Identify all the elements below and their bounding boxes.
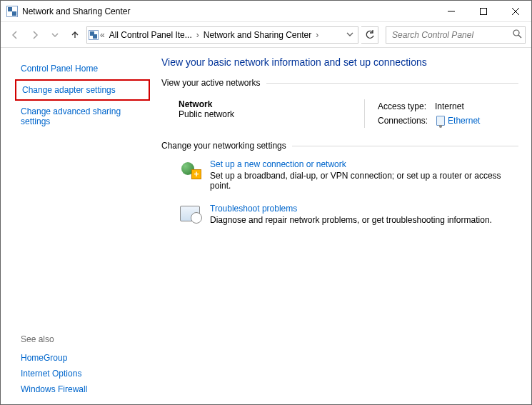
title-bar: Network and Sharing Center: [1, 1, 531, 22]
troubleshoot-item: Troubleshoot problems Diagnose and repai…: [179, 204, 518, 225]
recent-dropdown-button[interactable]: [46, 26, 64, 44]
connections-value: Ethernet: [448, 114, 480, 128]
content-pane: View your basic network information and …: [154, 48, 531, 404]
internet-options-link[interactable]: Internet Options: [21, 366, 81, 381]
refresh-icon: [365, 30, 375, 40]
networking-settings-label: Change your networking settings: [161, 141, 286, 151]
main-area: Control Panel Home Change adapter settin…: [1, 48, 531, 404]
settings-list: + Set up a new connection or network Set…: [161, 155, 518, 225]
active-networks-label: View your active networks: [161, 78, 261, 88]
app-icon: [6, 6, 18, 17]
network-details: Access type: Internet Connections: Ether…: [364, 99, 480, 128]
address-dropdown[interactable]: [343, 30, 356, 40]
troubleshoot-desc: Diagnose and repair network problems, or…: [210, 215, 492, 225]
see-also-label: See also: [21, 334, 144, 344]
setup-connection-desc: Set up a broadband, dial-up, or VPN conn…: [210, 171, 501, 191]
troubleshoot-icon: [179, 204, 201, 224]
back-arrow-icon: [10, 30, 20, 40]
search-box[interactable]: [386, 26, 526, 44]
svg-line-5: [518, 35, 521, 38]
up-button[interactable]: [66, 26, 84, 44]
control-panel-home-link[interactable]: Control Panel Home: [21, 61, 144, 76]
change-advanced-sharing-link[interactable]: Change advanced sharing settings: [21, 104, 131, 129]
connections-label: Connections:: [378, 114, 428, 128]
setup-connection-item: + Set up a new connection or network Set…: [179, 159, 518, 191]
forward-arrow-icon: [30, 30, 40, 40]
forward-button[interactable]: [26, 26, 44, 44]
chevron-down-icon: [51, 31, 59, 39]
refresh-button[interactable]: [361, 26, 378, 44]
svg-rect-1: [480, 9, 486, 15]
ethernet-icon: [436, 116, 445, 126]
network-type: Public network: [179, 109, 364, 119]
search-icon: [513, 29, 522, 41]
change-adapter-settings-link[interactable]: Change adapter settings: [15, 79, 150, 101]
windows-firewall-link[interactable]: Windows Firewall: [21, 381, 87, 397]
breadcrumb-item-1[interactable]: All Control Panel Ite...: [106, 29, 195, 41]
search-input[interactable]: [391, 29, 513, 41]
sidebar: Control Panel Home Change adapter settin…: [1, 48, 154, 404]
network-summary: Network Public network: [179, 99, 364, 128]
networking-settings-header: Change your networking settings: [161, 141, 518, 151]
homegroup-link[interactable]: HomeGroup: [21, 350, 67, 366]
maximize-button[interactable]: [467, 1, 499, 22]
network-name: Network: [179, 99, 364, 109]
divider: [266, 83, 518, 84]
setup-connection-link[interactable]: Set up a new connection or network: [210, 159, 518, 169]
troubleshoot-link[interactable]: Troubleshoot problems: [210, 204, 492, 214]
back-button[interactable]: [6, 26, 24, 44]
minimize-icon: [448, 8, 455, 15]
up-arrow-icon: [70, 30, 80, 40]
page-title: View your basic network information and …: [161, 56, 518, 68]
access-type-value: Internet: [435, 99, 464, 114]
svg-point-4: [513, 30, 519, 36]
chevron-down-icon: [346, 31, 353, 38]
navigation-bar: « All Control Panel Ite... › Network and…: [1, 22, 531, 48]
breadcrumb-item-2[interactable]: Network and Sharing Center: [201, 29, 314, 41]
breadcrumb-sep-1: ›: [196, 30, 199, 40]
breadcrumb-sep-0: «: [100, 30, 105, 40]
active-networks-panel: Network Public network Access type: Inte…: [161, 92, 518, 141]
close-icon: [512, 8, 519, 15]
active-networks-header: View your active networks: [161, 78, 518, 88]
address-icon: [89, 30, 99, 40]
minimize-button[interactable]: [435, 1, 467, 22]
close-button[interactable]: [499, 1, 531, 22]
ethernet-link[interactable]: Ethernet: [436, 114, 480, 128]
breadcrumb-sep-2: ›: [316, 30, 318, 40]
maximize-icon: [480, 8, 487, 15]
divider: [292, 146, 518, 146]
setup-connection-icon: +: [179, 159, 201, 179]
address-bar[interactable]: « All Control Panel Ite... › Network and…: [86, 26, 358, 44]
window-title: Network and Sharing Center: [22, 6, 130, 16]
sidebar-footer: See also HomeGroup Internet Options Wind…: [21, 320, 144, 397]
access-type-label: Access type:: [378, 99, 426, 114]
